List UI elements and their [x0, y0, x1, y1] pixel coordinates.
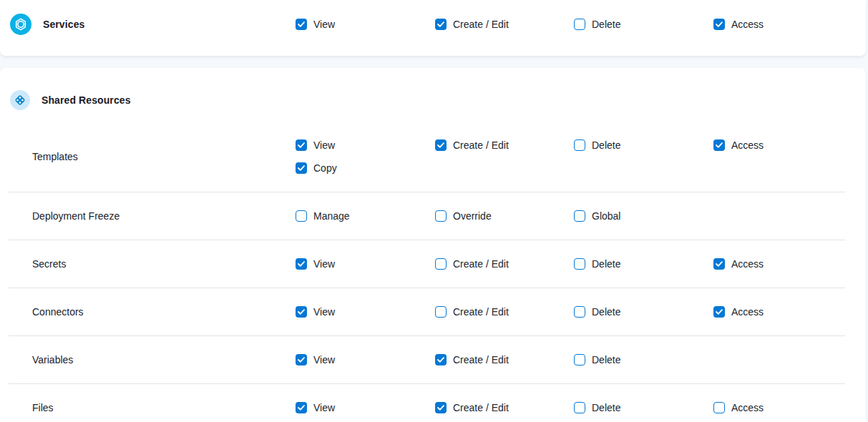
- shared-resources-card: Shared Resources TemplatesViewCreate / E…: [0, 68, 866, 422]
- row-label: Connectors: [0, 306, 296, 318]
- shared-resources-rows: TemplatesViewCreate / EditDeleteAccessCo…: [0, 122, 866, 422]
- checkbox-unchecked-icon[interactable]: [574, 210, 585, 222]
- permission-checkbox-access[interactable]: Access: [713, 19, 866, 30]
- permission-checkbox-manage[interactable]: Manage: [296, 210, 435, 222]
- row-label: Templates: [0, 151, 296, 162]
- permission-line: ManageOverrideGlobal: [296, 205, 866, 227]
- permission-checkbox-view[interactable]: View: [296, 19, 435, 30]
- checkbox-checked-icon[interactable]: [296, 258, 307, 270]
- checkbox-checked-icon[interactable]: [713, 139, 725, 151]
- permission-checkbox-view[interactable]: View: [296, 258, 435, 270]
- checkbox-checked-icon[interactable]: [296, 139, 307, 151]
- permission-row-files: FilesViewCreate / EditDeleteAccess: [0, 384, 866, 422]
- permission-checkbox-create-edit[interactable]: Create / Edit: [435, 19, 574, 30]
- checkbox-unchecked-icon[interactable]: [435, 306, 447, 318]
- checkbox-checked-icon[interactable]: [435, 402, 447, 413]
- checkbox-unchecked-icon[interactable]: [574, 306, 585, 318]
- permission-checkbox-access[interactable]: Access: [713, 402, 866, 413]
- permission-lines: ManageOverrideGlobal: [296, 205, 866, 227]
- permission-label: Copy: [313, 162, 337, 174]
- permission-checkbox-delete[interactable]: Delete: [574, 19, 713, 30]
- permission-label: View: [313, 306, 335, 318]
- checkbox-checked-icon[interactable]: [435, 354, 447, 365]
- permission-label: View: [313, 19, 335, 30]
- checkbox-unchecked-icon[interactable]: [296, 210, 307, 222]
- permission-line: ViewCreate / EditDeleteAccess: [296, 13, 866, 36]
- row-label: Secrets: [0, 258, 296, 270]
- permission-label: View: [313, 354, 335, 365]
- permission-label: Delete: [592, 19, 620, 30]
- permission-label: Override: [453, 210, 492, 222]
- checkbox-checked-icon[interactable]: [713, 258, 725, 270]
- permission-line: ViewCreate / EditDeleteAccess: [296, 300, 866, 323]
- checkbox-checked-icon[interactable]: [296, 19, 307, 30]
- checkbox-unchecked-icon[interactable]: [574, 402, 585, 413]
- checkbox-unchecked-icon[interactable]: [574, 139, 585, 151]
- permission-checkbox-override[interactable]: Override: [435, 210, 574, 222]
- permission-checkbox-view[interactable]: View: [296, 139, 435, 151]
- checkbox-checked-icon[interactable]: [296, 306, 307, 318]
- permission-row-connectors: ConnectorsViewCreate / EditDeleteAccess: [0, 288, 866, 335]
- permission-checkbox-view[interactable]: View: [296, 402, 435, 413]
- checkbox-unchecked-icon[interactable]: [713, 402, 725, 413]
- permission-label: View: [313, 258, 335, 270]
- permission-label: Delete: [592, 402, 620, 413]
- checkbox-unchecked-icon[interactable]: [435, 210, 447, 222]
- permission-line: ViewCreate / EditDeleteAccess: [296, 134, 866, 157]
- permission-row-secrets: SecretsViewCreate / EditDeleteAccess: [0, 240, 866, 288]
- checkbox-checked-icon[interactable]: [296, 402, 307, 413]
- permission-checkbox-copy[interactable]: Copy: [296, 162, 435, 174]
- checkbox-checked-icon[interactable]: [296, 354, 307, 365]
- permission-row-templates: TemplatesViewCreate / EditDeleteAccessCo…: [0, 122, 866, 192]
- checkbox-checked-icon[interactable]: [713, 19, 725, 30]
- permission-checkbox-create-edit[interactable]: Create / Edit: [435, 402, 574, 413]
- permission-label: View: [313, 139, 335, 151]
- permission-checkbox-delete[interactable]: Delete: [574, 139, 713, 151]
- permission-checkbox-create-edit[interactable]: Create / Edit: [435, 306, 574, 318]
- checkbox-unchecked-icon[interactable]: [574, 19, 585, 30]
- permission-checkbox-view[interactable]: View: [296, 306, 435, 318]
- permission-lines: ViewCreate / EditDeleteAccess: [296, 252, 866, 275]
- permission-label: Create / Edit: [453, 354, 509, 365]
- services-row-head: Services: [0, 14, 296, 35]
- checkbox-unchecked-icon[interactable]: [435, 258, 447, 270]
- services-card: Services ViewCreate / EditDeleteAccess: [0, 0, 866, 56]
- permission-label: Access: [731, 306, 764, 318]
- permission-checkbox-delete[interactable]: Delete: [574, 306, 713, 318]
- permission-checkbox-access[interactable]: Access: [713, 258, 866, 270]
- checkbox-unchecked-icon[interactable]: [574, 354, 585, 365]
- permission-checkbox-access[interactable]: Access: [713, 139, 866, 151]
- permission-label: Create / Edit: [453, 402, 509, 413]
- checkbox-checked-icon[interactable]: [713, 306, 725, 318]
- checkbox-checked-icon[interactable]: [435, 19, 447, 30]
- permission-checkbox-create-edit[interactable]: Create / Edit: [435, 354, 574, 365]
- permission-row-variables: VariablesViewCreate / EditDelete: [0, 336, 866, 383]
- permission-label: Delete: [592, 306, 620, 318]
- permission-line: ViewCreate / EditDelete: [296, 348, 866, 371]
- shared-resources-section-title: Shared Resources: [42, 94, 131, 106]
- permission-label: Access: [731, 402, 764, 413]
- permission-label: Create / Edit: [453, 139, 509, 151]
- permission-checkbox-global[interactable]: Global: [574, 210, 713, 222]
- permission-lines: ViewCreate / EditDeleteAccess: [296, 396, 866, 419]
- permission-label: Manage: [313, 210, 350, 222]
- shared-resources-icon: [10, 90, 30, 110]
- permission-label: Access: [731, 139, 764, 151]
- permission-label: Delete: [592, 139, 620, 151]
- checkbox-checked-icon[interactable]: [296, 162, 307, 174]
- permission-line: ViewCreate / EditDeleteAccess: [296, 252, 866, 275]
- permission-label: Delete: [592, 354, 620, 365]
- checkbox-checked-icon[interactable]: [435, 139, 447, 151]
- permission-checkbox-delete[interactable]: Delete: [574, 258, 713, 270]
- permission-checkbox-create-edit[interactable]: Create / Edit: [435, 258, 574, 270]
- checkbox-unchecked-icon[interactable]: [574, 258, 585, 270]
- permission-checkbox-delete[interactable]: Delete: [574, 354, 713, 365]
- permission-lines: ViewCreate / EditDelete: [296, 348, 866, 371]
- permission-checkbox-view[interactable]: View: [296, 354, 435, 365]
- permission-label: Create / Edit: [453, 258, 509, 270]
- services-icon: [10, 14, 31, 35]
- permission-checkbox-delete[interactable]: Delete: [574, 402, 713, 413]
- permission-checkbox-access[interactable]: Access: [713, 306, 866, 318]
- services-row: Services ViewCreate / EditDeleteAccess: [0, 13, 866, 36]
- permission-checkbox-create-edit[interactable]: Create / Edit: [435, 139, 574, 151]
